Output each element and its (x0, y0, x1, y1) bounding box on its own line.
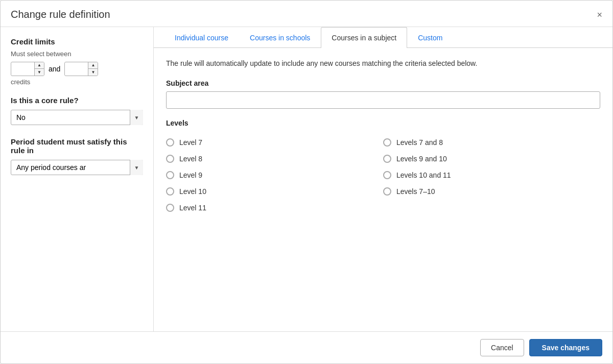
radio-level8[interactable] (166, 155, 174, 163)
level-option-levels910[interactable]: Levels 9 and 10 (383, 151, 600, 167)
radio-levels1011[interactable] (383, 171, 391, 179)
spinner-max-up[interactable]: ▲ (88, 62, 98, 69)
period-select[interactable]: Any period courses ar (11, 160, 143, 175)
right-content: The rule will automatically update to in… (154, 48, 612, 331)
credits-label: credits (11, 78, 143, 86)
radio-level11[interactable] (166, 204, 174, 212)
left-panel: Credit limits Must select between 40 ▲ ▼… (1, 27, 154, 331)
core-rule-heading: Is this a core rule? (11, 96, 143, 105)
credit-min-spinner[interactable]: 40 ▲ ▼ (11, 62, 44, 76)
subject-area-label: Subject area (166, 79, 600, 87)
credit-max-input[interactable]: 40 (65, 63, 88, 75)
level-option-levels1011[interactable]: Levels 10 and 11 (383, 167, 600, 183)
level9-label: Level 9 (179, 171, 202, 179)
period-heading: Period student must satisfy this rule in (11, 137, 143, 155)
level10-label: Level 10 (179, 187, 206, 196)
radio-level9[interactable] (166, 171, 174, 179)
level-option-level11[interactable]: Level 11 (166, 200, 383, 216)
levels1011-label: Levels 10 and 11 (396, 171, 451, 179)
level-option-level7[interactable]: Level 7 (166, 134, 383, 151)
levels78-label: Levels 7 and 8 (396, 138, 443, 147)
spinner-min-btns: ▲ ▼ (34, 62, 44, 76)
modal-footer: Cancel Save changes (1, 331, 612, 363)
modal-body: Credit limits Must select between 40 ▲ ▼… (1, 27, 612, 331)
core-rule-select[interactable]: No Yes (11, 110, 143, 125)
and-label: and (49, 65, 60, 73)
core-rule-select-wrapper: No Yes ▼ (11, 110, 143, 125)
levels910-label: Levels 9 and 10 (396, 155, 447, 163)
info-text: The rule will automatically update to in… (166, 58, 600, 69)
tab-courses-in-schools[interactable]: Courses in schools (239, 27, 321, 48)
radio-level7[interactable] (166, 138, 174, 147)
right-panel: Individual course Courses in schools Cou… (154, 27, 612, 331)
subject-area-input[interactable] (166, 91, 600, 109)
spinner-min-up[interactable]: ▲ (35, 62, 44, 69)
spinner-max-btns: ▲ ▼ (88, 62, 98, 76)
credit-max-spinner[interactable]: 40 ▲ ▼ (64, 62, 98, 76)
radio-level10[interactable] (166, 187, 174, 196)
level11-label: Level 11 (179, 204, 206, 212)
tab-individual-course[interactable]: Individual course (164, 27, 239, 48)
levels710-label: Levels 7–10 (396, 187, 435, 196)
radio-levels910[interactable] (383, 155, 391, 163)
tab-courses-in-subject[interactable]: Courses in a subject (321, 27, 407, 48)
modal-dialog: Change rule definition × Credit limits M… (0, 0, 613, 364)
modal-title: Change rule definition (11, 9, 110, 20)
spinner-min-down[interactable]: ▼ (35, 69, 44, 76)
cancel-button[interactable]: Cancel (480, 339, 524, 356)
period-select-wrapper: Any period courses ar ▼ (11, 160, 143, 175)
level-option-level9[interactable]: Level 9 (166, 167, 383, 183)
level-option-level8[interactable]: Level 8 (166, 151, 383, 167)
radio-levels78[interactable] (383, 138, 391, 147)
level7-label: Level 7 (179, 138, 202, 147)
levels-left-column: Level 7 Level 8 Level 9 Level 10 (166, 134, 383, 216)
tabs-bar: Individual course Courses in schools Cou… (154, 27, 612, 48)
levels-grid: Level 7 Level 8 Level 9 Level 10 (166, 134, 600, 216)
levels-right-column: Levels 7 and 8 Levels 9 and 10 Levels 10… (383, 134, 600, 216)
must-select-label: Must select between (11, 50, 143, 58)
close-icon[interactable]: × (597, 10, 602, 19)
level-option-levels710[interactable]: Levels 7–10 (383, 183, 600, 200)
modal-header: Change rule definition × (1, 1, 612, 27)
level8-label: Level 8 (179, 155, 202, 163)
credit-limits-heading: Credit limits (11, 37, 143, 46)
levels-heading: Levels (166, 119, 600, 127)
level-option-levels78[interactable]: Levels 7 and 8 (383, 134, 600, 151)
credit-min-input[interactable]: 40 (11, 63, 34, 75)
radio-levels710[interactable] (383, 187, 391, 196)
spinner-max-down[interactable]: ▼ (88, 69, 98, 76)
level-option-level10[interactable]: Level 10 (166, 183, 383, 200)
save-button[interactable]: Save changes (529, 339, 602, 356)
tab-custom[interactable]: Custom (407, 27, 453, 48)
credit-row: 40 ▲ ▼ and 40 ▲ ▼ (11, 62, 143, 76)
